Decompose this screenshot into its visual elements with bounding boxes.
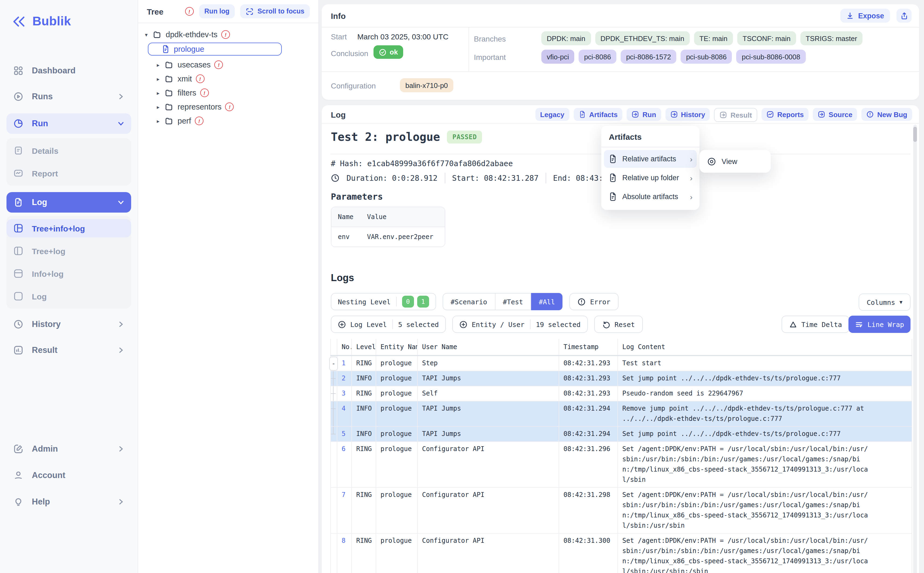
sidebar-item-admin[interactable]: Admin xyxy=(6,440,131,458)
artifacts-menu-item-absolute-artifacts[interactable]: Absolute artifacts› xyxy=(604,188,697,205)
sidebar-item-details[interactable]: Details xyxy=(6,141,131,160)
cell-en: prologue xyxy=(376,441,418,487)
caret-right-icon[interactable]: ▸ xyxy=(155,118,161,124)
toolbar-button-source[interactable]: Source xyxy=(813,108,857,121)
sidebar-item-label: Dashboard xyxy=(32,66,75,75)
column-header-timestamp: Timestamp xyxy=(559,339,618,355)
tag-badge[interactable]: TSRIGS: master xyxy=(800,31,863,45)
chevron-right-icon: › xyxy=(690,155,692,163)
caret-right-icon[interactable]: ▸ xyxy=(155,104,161,110)
cell-ts: 08:42:31.300 xyxy=(559,533,618,573)
tree-item-representors[interactable]: ▸representors! xyxy=(144,100,313,114)
run-log-button[interactable]: Run log xyxy=(199,4,235,18)
tree-item-dpdk-ethdev-ts[interactable]: ▾dpdk-ethdev-ts! xyxy=(144,28,313,42)
tag-badge[interactable]: vfio-pci xyxy=(541,50,574,64)
param-header-value: Value xyxy=(365,213,445,221)
line-wrap-button[interactable]: Line Wrap xyxy=(849,316,910,333)
toolbar-button-artifacts[interactable]: Artifacts xyxy=(573,108,623,121)
cell-no[interactable]: 5 xyxy=(337,426,352,441)
tree-item-label: filters xyxy=(178,88,196,97)
nesting-level-0[interactable]: 0 xyxy=(402,296,414,308)
nesting-level-1[interactable]: 1 xyxy=(417,296,429,308)
tag-badge[interactable]: pci-8086 xyxy=(579,50,616,64)
share-button[interactable] xyxy=(896,9,911,23)
sidebar-item-tree-log[interactable]: Tree+log xyxy=(6,242,131,260)
tree-item-perf[interactable]: ▸perf! xyxy=(144,114,313,128)
tree-item-xmit[interactable]: ▸xmit! xyxy=(144,72,313,86)
sidebar-item-log[interactable]: Log xyxy=(6,192,131,213)
sidebar-item-account[interactable]: Account xyxy=(6,466,131,485)
log-scrollbar-track[interactable] xyxy=(913,125,917,573)
scroll-to-focus-button[interactable]: Scroll to focus xyxy=(240,4,310,18)
sidebar-item-tree-info-log[interactable]: Tree+info+log xyxy=(6,219,131,237)
tag-badge[interactable]: pci-sub-8086-0008 xyxy=(736,50,806,64)
collapse-row-button[interactable]: - xyxy=(329,357,338,371)
tree-item-usecases[interactable]: ▸usecases! xyxy=(144,58,313,72)
reset-button[interactable]: Reset xyxy=(594,316,643,333)
sidebar-item-info-log[interactable]: Info+log xyxy=(6,265,131,283)
caret-right-icon[interactable]: ▸ xyxy=(155,62,161,68)
tag-badge[interactable]: TSCONF: main xyxy=(737,31,796,45)
segment-all[interactable]: #All xyxy=(531,293,562,310)
share-icon xyxy=(900,12,908,20)
artifacts-menu-item-relative-artifacts[interactable]: Relative artifacts› xyxy=(604,150,697,168)
check-circle-icon xyxy=(379,48,387,56)
tag-badge[interactable]: pci-sub-8086 xyxy=(681,50,732,64)
test-title-row: Test 2: prologue PASSED xyxy=(331,131,482,144)
toolbar-button-new-bug[interactable]: New Bug xyxy=(862,108,912,121)
cell-no[interactable]: 3 xyxy=(337,386,352,401)
column-header-log-content: Log Content xyxy=(618,339,912,355)
sidebar-item-run[interactable]: Run xyxy=(6,113,131,134)
goto-icon xyxy=(670,111,678,118)
tag-badge[interactable]: DPDK_ETHDEV_TS: main xyxy=(595,31,690,45)
toolbar-button-label: Run xyxy=(642,110,656,119)
tag-badge[interactable]: TE: main xyxy=(694,31,733,45)
log-table-header: No.LevelEntity NameUser NameTimestampLog… xyxy=(330,339,912,355)
log-level-filter[interactable]: Log Level 5 selected xyxy=(331,316,446,333)
toolbar-button-run[interactable]: Run xyxy=(627,108,661,121)
caret-right-icon[interactable]: ▸ xyxy=(155,76,161,82)
collapse-sidebar-icon[interactable] xyxy=(12,15,26,28)
toolbar-button-legacy[interactable]: Legacy xyxy=(536,108,569,121)
cell-no[interactable]: 8 xyxy=(337,533,352,573)
artifacts-menu: Artifacts Relative artifacts›Relative up… xyxy=(601,126,700,210)
columns-button[interactable]: Columns ▼ xyxy=(859,294,910,311)
configuration-badge[interactable]: balin-x710-p0 xyxy=(400,78,453,92)
sidebar-item-report[interactable]: Report xyxy=(6,164,131,182)
artifacts-menu-item-relative-up-folder[interactable]: Relative up folder› xyxy=(604,169,697,187)
start-value: March 03 2025, 03:00 UTC xyxy=(357,32,448,41)
caret-right-icon[interactable]: ▸ xyxy=(155,90,161,96)
sidebar-item-result[interactable]: Result xyxy=(6,341,131,359)
cell-en: prologue xyxy=(376,386,418,401)
tree-item-filters[interactable]: ▸filters! xyxy=(144,86,313,100)
expose-button[interactable]: Expose xyxy=(840,9,890,23)
error-filter-label: Error xyxy=(590,297,611,306)
segment-test[interactable]: #Test xyxy=(495,293,531,310)
cell-no[interactable]: 2 xyxy=(337,371,352,386)
time-delta-label: Time Delta xyxy=(801,320,842,328)
tag-badge[interactable]: DPDK: main xyxy=(541,31,591,45)
cell-us: TAPI Jumps xyxy=(418,371,559,386)
app-logo[interactable]: Bublik xyxy=(12,14,71,28)
cell-no[interactable]: 7 xyxy=(337,487,352,533)
segment-scenario[interactable]: #Scenario xyxy=(443,293,495,310)
sidebar-item-log-only[interactable]: Log xyxy=(6,287,131,305)
tree-item-prologue[interactable]: prologue xyxy=(148,42,282,56)
cell-no[interactable]: 1 xyxy=(337,355,352,371)
toolbar-button-reports[interactable]: Reports xyxy=(761,108,808,121)
caret-down-icon[interactable]: ▾ xyxy=(144,31,149,38)
sidebar-item-runs[interactable]: Runs xyxy=(6,88,131,106)
goto-icon xyxy=(632,111,639,118)
sidebar-item-history[interactable]: History xyxy=(6,315,131,333)
sidebar-item-dashboard[interactable]: Dashboard xyxy=(6,61,131,80)
tag-badge[interactable]: pci-8086-1572 xyxy=(621,50,676,64)
log-scrollbar-thumb[interactable] xyxy=(913,127,917,142)
sidebar-item-help[interactable]: Help xyxy=(6,493,131,511)
entity-user-filter[interactable]: Entity / User 19 selected xyxy=(452,316,587,333)
toolbar-button-history[interactable]: History xyxy=(665,108,710,121)
cell-no[interactable]: 6 xyxy=(337,441,352,487)
cell-no[interactable]: 4 xyxy=(337,401,352,426)
time-delta-button[interactable]: Time Delta xyxy=(781,316,849,333)
artifacts-view-item[interactable]: View xyxy=(702,153,768,170)
error-filter-button[interactable]: Error xyxy=(570,293,619,310)
